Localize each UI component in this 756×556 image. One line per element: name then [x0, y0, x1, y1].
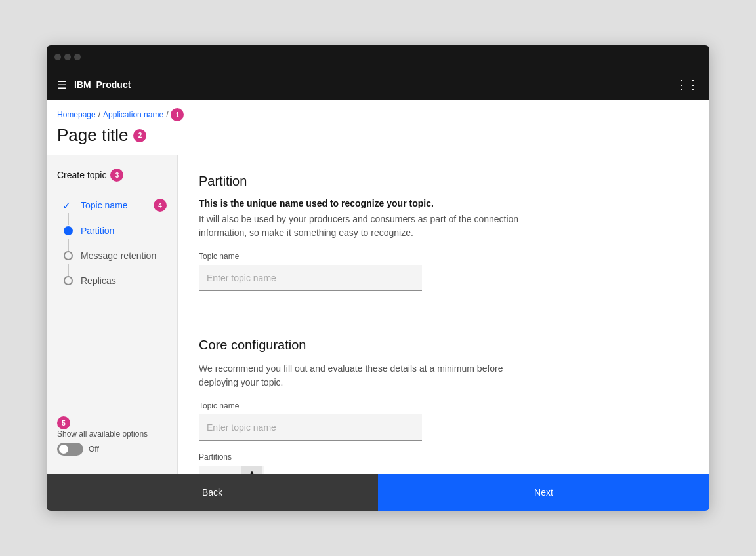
hamburger-icon[interactable]: ☰ — [57, 79, 66, 91]
titlebar-controls — [54, 54, 81, 60]
partition-section: Partition This is the unique name used t… — [178, 155, 709, 319]
topnav-brand: IBM Product — [74, 79, 131, 90]
core-config-description: We recommend you fill out and evaluate t… — [199, 362, 527, 389]
titlebar — [47, 45, 709, 69]
breadcrumb-sep-2: / — [166, 110, 168, 119]
toggle-row: Off — [57, 443, 167, 456]
sidebar-top: Create topic 3 ✓ Topic name 4 — [57, 169, 167, 293]
partitions-input[interactable] — [199, 466, 242, 474]
sidebar-bottom: 5 Show all available options Off — [57, 416, 167, 461]
main-layout: Create topic 3 ✓ Topic name 4 — [47, 155, 709, 474]
sidebar-steps: ✓ Topic name 4 Partition — [57, 192, 167, 293]
page-title: Page title — [57, 125, 128, 146]
bottom-bar: Back Next — [47, 474, 709, 511]
core-topic-name-input[interactable] — [199, 414, 422, 441]
titlebar-dot-3 — [74, 54, 81, 60]
step-label-topic-name: Topic name — [81, 200, 128, 210]
toggle-switch[interactable] — [57, 443, 83, 456]
topnav-left: ☰ IBM Product — [57, 79, 131, 91]
sidebar-step-topic-name[interactable]: ✓ Topic name 4 — [57, 192, 167, 218]
page-header: Homepage / Application name / 1 Page tit… — [47, 100, 709, 155]
core-config-title: Core configuration — [199, 338, 688, 353]
core-topic-name-label: Topic name — [199, 401, 688, 410]
sidebar-title: Create topic — [57, 170, 106, 180]
sidebar-annotation-3: 3 — [110, 169, 123, 182]
core-topic-name-group: Topic name — [199, 401, 688, 441]
step-icon-replicas — [62, 275, 74, 287]
content-area: Partition This is the unique name used t… — [178, 155, 709, 474]
top-nav: ☰ IBM Product ⋮⋮ — [47, 69, 709, 100]
step-icon-check: ✓ — [62, 199, 74, 211]
breadcrumb-homepage[interactable]: Homepage — [57, 110, 96, 119]
sidebar-step-replicas[interactable]: Replicas — [57, 268, 167, 293]
partitions-increment[interactable]: ▲ — [242, 466, 262, 474]
titlebar-dot-2 — [64, 54, 71, 60]
sidebar-title-row: Create topic 3 — [57, 169, 167, 182]
sidebar-step-message-retention[interactable]: Message retention — [57, 243, 167, 268]
step-label-message-retention: Message retention — [81, 250, 156, 261]
breadcrumb: Homepage / Application name / 1 — [57, 108, 699, 121]
partitions-input-wrapper: ▲ ▼ — [199, 466, 264, 474]
sidebar-toggle-row: Show all available options Off — [57, 429, 167, 456]
circle-empty-icon-2 — [64, 276, 73, 285]
next-button[interactable]: Next — [378, 474, 709, 511]
partition-section-title: Partition — [199, 174, 688, 189]
partition-topic-name-group: Topic name — [199, 252, 688, 291]
page-title-annotation: 2 — [133, 129, 146, 142]
circle-empty-icon — [64, 251, 73, 260]
sidebar-step-partition[interactable]: Partition — [57, 218, 167, 243]
partition-description: It will also be used by your producers a… — [199, 212, 527, 240]
step-annotation-4: 4 — [154, 199, 167, 212]
core-config-section: Core configuration We recommend you fill… — [178, 319, 709, 474]
brand-name: Product — [96, 79, 131, 90]
sidebar: Create topic 3 ✓ Topic name 4 — [47, 155, 178, 474]
toggle-text: Off — [89, 445, 99, 454]
step-icon-partition — [62, 225, 74, 237]
sidebar-annotation-5: 5 — [57, 416, 70, 429]
step-label-partition: Partition — [81, 226, 114, 236]
partitions-label: Partitions — [199, 452, 688, 462]
checkmark-icon: ✓ — [62, 200, 71, 211]
step-icon-message-retention — [62, 250, 74, 262]
titlebar-dot-1 — [54, 54, 61, 60]
partition-topic-name-label: Topic name — [199, 252, 688, 261]
circle-filled-icon — [64, 226, 73, 235]
back-button[interactable]: Back — [47, 474, 378, 511]
app-window: ☰ IBM Product ⋮⋮ Homepage / Application … — [47, 45, 709, 511]
sidebar-annotation-row: 5 — [57, 416, 167, 429]
step-label-replicas: Replicas — [81, 275, 116, 286]
apps-icon[interactable]: ⋮⋮ — [675, 77, 699, 92]
partitions-spinners: ▲ ▼ — [242, 466, 262, 474]
breadcrumb-annotation: 1 — [171, 108, 184, 121]
breadcrumb-sep-1: / — [98, 110, 100, 119]
page-title-row: Page title 2 — [57, 125, 699, 146]
partitions-group: Partitions ▲ ▼ — [199, 452, 688, 474]
partition-topic-name-input[interactable] — [199, 265, 422, 291]
breadcrumb-appname[interactable]: Application name — [103, 110, 163, 119]
toggle-label: Show all available options — [57, 429, 167, 439]
partition-description-bold: This is the unique name used to recogniz… — [199, 198, 688, 208]
brand-prefix: IBM — [74, 79, 91, 90]
